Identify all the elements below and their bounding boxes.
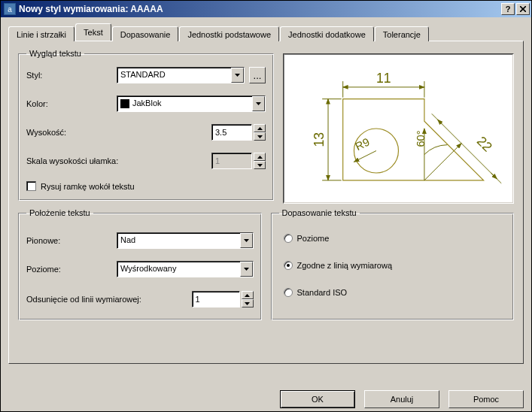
button-style-more[interactable]: ... — [249, 67, 266, 83]
group-text-appearance-legend: Wygląd tekstu — [26, 49, 84, 58]
tab-strip: Linie i strzałki Tekst Dopasowanie Jedno… — [8, 23, 524, 41]
group-text-placement-legend: Położenie tekstu — [26, 208, 93, 217]
input-fraction-scale — [211, 153, 252, 169]
chevron-down-icon — [240, 262, 253, 277]
dropdown-text-style[interactable]: STANDARD — [117, 67, 245, 83]
svg-text:22: 22 — [474, 133, 495, 154]
app-icon: a — [4, 3, 16, 15]
ok-button[interactable]: OK — [280, 390, 355, 408]
chevron-down-icon — [252, 96, 265, 111]
cancel-button[interactable]: Anuluj — [364, 390, 439, 408]
svg-text:R9: R9 — [354, 136, 372, 153]
tab-primary-units[interactable]: Jednostki podstawowe — [179, 26, 279, 41]
close-icon — [520, 6, 526, 12]
svg-text:13: 13 — [312, 132, 327, 147]
tab-text[interactable]: Tekst — [75, 23, 111, 41]
group-text-fit-legend: Dopasowanie tekstu — [279, 208, 360, 217]
tab-fit[interactable]: Dopasowanie — [112, 26, 179, 41]
radio-circle-icon — [284, 261, 293, 270]
svg-text:60°: 60° — [415, 130, 427, 147]
dimension-preview: 11 13 R9 60° — [283, 53, 514, 204]
close-button[interactable] — [516, 3, 530, 15]
group-text-placement: Położenie tekstu Pionowe: Nad Poziome: W… — [18, 208, 262, 320]
label-style: Styl: — [26, 71, 117, 80]
svg-text:11: 11 — [376, 71, 391, 86]
group-text-appearance: Wygląd tekstu Styl: STANDARD ... Kolor: — [18, 49, 274, 201]
titlebar: a Nowy styl wymiarowania: AAAAA ? — [1, 1, 531, 17]
group-text-fit: Dopasowanie tekstu Poziome Zgodne z lini… — [271, 208, 515, 320]
dropdown-text-color[interactable]: JakBlok — [117, 95, 266, 112]
radio-circle-icon — [284, 234, 293, 243]
label-color: Kolor: — [26, 99, 117, 108]
tab-alternate-units[interactable]: Jednostki dodatkowe — [280, 26, 374, 41]
chevron-down-icon — [240, 233, 253, 248]
spin-up[interactable] — [242, 291, 254, 299]
color-swatch-icon — [120, 99, 129, 108]
spin-down[interactable] — [242, 299, 254, 307]
radio-aligned[interactable]: Zgodne z linią wymiarową — [284, 261, 502, 270]
spin-down[interactable] — [254, 132, 266, 141]
label-fraction-scale: Skala wysokości ułamka: — [26, 156, 211, 165]
label-height: Wysokość: — [26, 128, 211, 137]
tab-tolerances[interactable]: Tolerancje — [375, 26, 429, 41]
radio-horizontal[interactable]: Poziome — [284, 234, 502, 243]
help-button-footer[interactable]: Pomoc — [448, 390, 524, 408]
input-text-height[interactable] — [211, 124, 252, 141]
radio-iso[interactable]: Standard ISO — [284, 288, 502, 297]
spin-down[interactable] — [254, 161, 266, 169]
help-button[interactable]: ? — [501, 3, 515, 15]
svg-line-12 — [424, 144, 461, 180]
checkbox-draw-frame[interactable]: Rysuj ramkę wokół tekstu — [26, 181, 135, 191]
dialog-window: a Nowy styl wymiarowania: AAAAA ? Linie … — [0, 0, 532, 412]
label-offset: Odsunięcie od linii wymiarowej: — [26, 295, 192, 304]
spin-up[interactable] — [254, 124, 266, 132]
tab-panel: Wygląd tekstu Styl: STANDARD ... Kolor: — [8, 41, 524, 364]
client-area: Linie i strzałki Tekst Dopasowanie Jedno… — [1, 17, 531, 390]
window-title: Nowy styl wymiarowania: AAAAA — [19, 4, 501, 14]
tab-lines-arrows[interactable]: Linie i strzałki — [8, 26, 74, 41]
spin-up[interactable] — [254, 153, 266, 161]
input-offset[interactable] — [192, 291, 240, 307]
radio-circle-icon — [284, 288, 293, 297]
label-vertical: Pionowe: — [26, 236, 117, 245]
checkbox-box-icon — [26, 181, 36, 191]
dialog-buttons: OK Anuluj Pomoc — [1, 390, 531, 411]
dropdown-horizontal[interactable]: Wyśrodkowany — [117, 261, 254, 277]
label-horizontal: Poziome: — [26, 265, 117, 274]
chevron-down-icon — [231, 68, 244, 83]
dropdown-vertical[interactable]: Nad — [117, 232, 254, 249]
svg-line-9 — [354, 151, 376, 162]
